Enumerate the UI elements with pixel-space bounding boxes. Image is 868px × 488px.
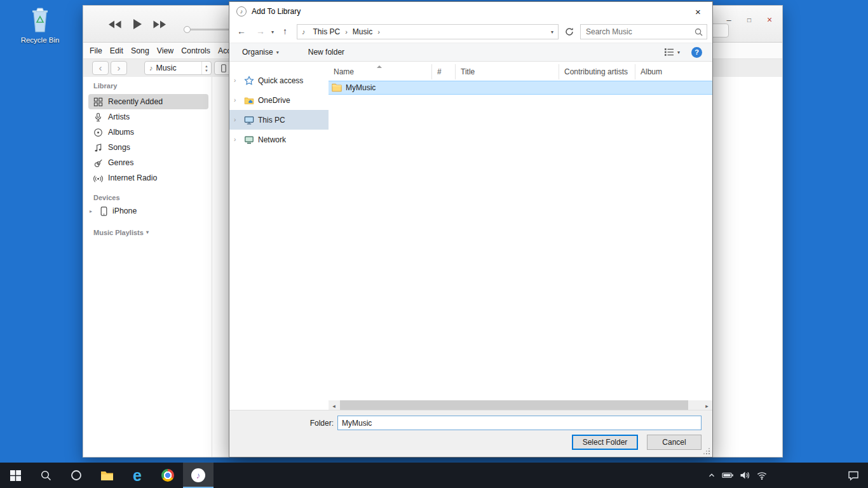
nav-item-this-pc[interactable]: › This PC (229, 110, 329, 130)
network-icon (244, 135, 254, 145)
dropdown-caret-icon: ▾ (276, 50, 279, 55)
music-playlists-header[interactable]: Music Playlists ▾ (93, 228, 212, 237)
nav-item-network[interactable]: › Network (229, 130, 329, 149)
sidebar-item-label: Recently Added (108, 97, 163, 106)
column-headers: Name # Title Contributing artists Album (329, 64, 712, 79)
guitar-icon (93, 158, 103, 168)
up-one-level-button[interactable]: ↑ (283, 26, 287, 36)
expand-chevron-icon[interactable]: › (234, 136, 240, 143)
select-folder-button[interactable]: Select Folder (572, 435, 638, 450)
sidebar-item-label: Internet Radio (108, 173, 157, 182)
new-folder-button[interactable]: New folder (308, 48, 344, 57)
breadcrumb-music[interactable]: Music (349, 27, 376, 36)
address-bar[interactable]: ♪ This PC › Music › ▾ (297, 24, 559, 39)
action-center-button[interactable] (848, 463, 859, 488)
dropdown-spinner-icon[interactable]: ▴▾ (201, 62, 211, 74)
menu-view[interactable]: View (153, 46, 177, 55)
back-arrow-button[interactable]: ← (237, 26, 246, 36)
expand-chevron-icon[interactable]: ▸ (90, 208, 95, 214)
show-hidden-icons-chevron-icon[interactable] (707, 471, 716, 480)
expand-chevron-icon[interactable]: › (234, 77, 240, 84)
maximize-button[interactable]: □ (743, 13, 756, 26)
itunes-forward-button[interactable]: › (111, 61, 127, 75)
breadcrumb-separator-icon[interactable]: › (344, 28, 349, 36)
minimize-button[interactable]: – (722, 13, 735, 26)
nav-item-quick-access[interactable]: › Quick access (229, 71, 329, 90)
menu-controls[interactable]: Controls (177, 46, 214, 55)
sidebar-item-iphone[interactable]: ▸ iPhone (88, 203, 208, 219)
music-note-icon: ♪ (149, 64, 153, 72)
dialog-body: › Quick access › OneDrive › This PC › (229, 62, 712, 411)
rewind-button[interactable] (107, 20, 122, 29)
change-view-button[interactable]: ▾ (664, 48, 680, 57)
itunes-taskbar-button[interactable]: ♪ (183, 463, 214, 488)
itunes-back-button[interactable]: ‹ (92, 61, 109, 75)
folder-icon (332, 83, 342, 92)
network-wifi-icon[interactable] (756, 470, 768, 480)
menu-song[interactable]: Song (127, 46, 153, 55)
volume-icon[interactable] (740, 470, 750, 480)
column-header-title[interactable]: Title (456, 64, 559, 79)
expand-chevron-icon[interactable]: › (234, 97, 240, 104)
file-name: MyMusic (346, 83, 376, 92)
column-header-contributing-artists[interactable]: Contributing artists (559, 64, 635, 79)
nav-item-onedrive[interactable]: › OneDrive (229, 90, 329, 110)
this-pc-icon (244, 115, 254, 125)
start-button[interactable] (0, 463, 31, 488)
playback-controls (107, 6, 167, 43)
volume-slider[interactable] (185, 29, 229, 30)
collapse-chevron-icon[interactable]: ▾ (146, 228, 149, 237)
file-explorer-button[interactable] (92, 463, 122, 488)
sidebar-item-songs[interactable]: Songs (88, 140, 208, 155)
cancel-button[interactable]: Cancel (647, 435, 702, 450)
search-input[interactable] (585, 27, 695, 37)
address-dropdown-icon[interactable]: ▾ (546, 29, 558, 35)
sidebar-item-recently-added[interactable]: Recently Added (88, 94, 208, 109)
dialog-close-button[interactable]: × (684, 2, 712, 21)
search-box[interactable] (580, 24, 707, 39)
sidebar-item-label: Albums (108, 128, 134, 137)
chrome-button[interactable] (153, 463, 183, 488)
resize-grip[interactable] (703, 448, 710, 454)
volume-knob[interactable] (184, 26, 191, 33)
battery-icon[interactable] (722, 470, 734, 480)
sidebar-item-genres[interactable]: Genres (88, 155, 208, 170)
edge-icon: e (133, 468, 142, 484)
breadcrumb-this-pc[interactable]: This PC (309, 27, 344, 36)
menu-edit[interactable]: Edit (106, 46, 127, 55)
file-row-mymusic[interactable]: MyMusic (329, 81, 712, 95)
grid-icon (93, 97, 103, 107)
forward-arrow-button[interactable]: → (256, 26, 265, 36)
taskbar-search-button[interactable] (31, 463, 61, 488)
edge-button[interactable]: e (122, 463, 153, 488)
sidebar-item-internet-radio[interactable]: Internet Radio (88, 170, 208, 186)
fast-forward-button[interactable] (153, 20, 167, 29)
media-kind-dropdown[interactable]: ♪ Music ▴▾ (144, 61, 212, 75)
organise-menu-button[interactable]: Organise ▾ (242, 48, 279, 57)
music-note-icon (93, 143, 103, 152)
column-header-number[interactable]: # (432, 64, 456, 79)
location-icon: ♪ (302, 28, 306, 36)
search-icon (695, 28, 703, 36)
breadcrumb-separator-icon[interactable]: › (376, 28, 381, 36)
navigation-pane: › Quick access › OneDrive › This PC › (229, 62, 329, 411)
close-button[interactable]: × (763, 13, 776, 26)
menu-file[interactable]: File (86, 46, 106, 55)
sidebar-item-albums[interactable]: Albums (88, 125, 208, 140)
column-header-album[interactable]: Album (635, 64, 712, 79)
expand-chevron-icon[interactable]: › (234, 116, 240, 123)
refresh-button[interactable] (561, 24, 578, 39)
recycle-bin[interactable]: Recycle Bin (15, 6, 65, 44)
refresh-icon (565, 27, 574, 36)
folder-label: Folder: (274, 419, 334, 428)
sidebar-item-artists[interactable]: Artists (88, 109, 208, 125)
windows-logo-icon (10, 470, 21, 481)
sidebar-item-label: Artists (108, 112, 130, 121)
cortana-button[interactable] (61, 463, 92, 488)
help-button[interactable]: ? (691, 47, 702, 58)
column-header-name[interactable]: Name (329, 64, 432, 79)
folder-name-input[interactable] (337, 416, 702, 430)
history-dropdown-icon[interactable]: ▾ (271, 29, 274, 35)
nav-item-label: This PC (258, 116, 285, 125)
play-button[interactable] (132, 18, 142, 30)
